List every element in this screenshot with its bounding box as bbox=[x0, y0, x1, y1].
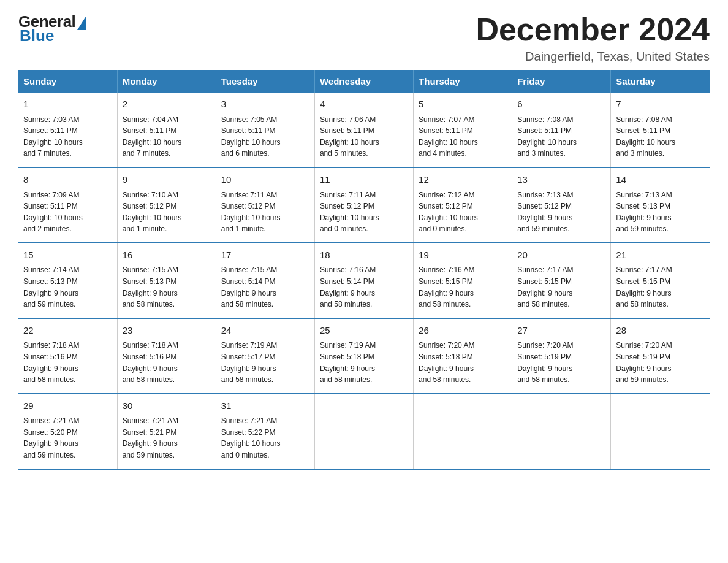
day-info: Sunrise: 7:21 AM Sunset: 5:21 PM Dayligh… bbox=[123, 415, 211, 461]
calendar-week-row: 1Sunrise: 7:03 AM Sunset: 5:11 PM Daylig… bbox=[18, 93, 710, 167]
day-number: 10 bbox=[221, 173, 309, 187]
day-info: Sunrise: 7:17 AM Sunset: 5:15 PM Dayligh… bbox=[616, 264, 705, 310]
day-info: Sunrise: 7:13 AM Sunset: 5:12 PM Dayligh… bbox=[517, 190, 605, 235]
calendar-cell: 19Sunrise: 7:16 AM Sunset: 5:15 PM Dayli… bbox=[414, 243, 512, 318]
calendar-cell: 30Sunrise: 7:21 AM Sunset: 5:21 PM Dayli… bbox=[117, 394, 216, 469]
day-number: 14 bbox=[616, 173, 705, 187]
calendar-cell: 22Sunrise: 7:18 AM Sunset: 5:16 PM Dayli… bbox=[18, 318, 117, 394]
calendar-cell: 17Sunrise: 7:15 AM Sunset: 5:14 PM Dayli… bbox=[216, 243, 314, 318]
day-number: 13 bbox=[517, 173, 605, 187]
column-header-monday: Monday bbox=[117, 70, 216, 93]
calendar-cell: 14Sunrise: 7:13 AM Sunset: 5:13 PM Dayli… bbox=[611, 167, 710, 243]
column-header-wednesday: Wednesday bbox=[314, 70, 413, 93]
logo: General Blue bbox=[18, 12, 86, 45]
calendar-cell: 25Sunrise: 7:19 AM Sunset: 5:18 PM Dayli… bbox=[314, 318, 413, 394]
calendar-cell: 27Sunrise: 7:20 AM Sunset: 5:19 PM Dayli… bbox=[512, 318, 611, 394]
calendar-week-row: 15Sunrise: 7:14 AM Sunset: 5:13 PM Dayli… bbox=[18, 243, 710, 318]
day-info: Sunrise: 7:16 AM Sunset: 5:15 PM Dayligh… bbox=[419, 264, 507, 310]
calendar-cell: 15Sunrise: 7:14 AM Sunset: 5:13 PM Dayli… bbox=[18, 243, 117, 318]
calendar-cell: 1Sunrise: 7:03 AM Sunset: 5:11 PM Daylig… bbox=[18, 93, 117, 167]
calendar-cell: 23Sunrise: 7:18 AM Sunset: 5:16 PM Dayli… bbox=[117, 318, 216, 394]
calendar-week-row: 22Sunrise: 7:18 AM Sunset: 5:16 PM Dayli… bbox=[18, 318, 710, 394]
day-info: Sunrise: 7:09 AM Sunset: 5:11 PM Dayligh… bbox=[23, 190, 112, 235]
day-number: 22 bbox=[23, 324, 112, 338]
day-number: 16 bbox=[123, 248, 211, 262]
day-number: 4 bbox=[320, 98, 408, 112]
day-number: 9 bbox=[123, 173, 211, 187]
calendar-cell: 5Sunrise: 7:07 AM Sunset: 5:11 PM Daylig… bbox=[414, 93, 512, 167]
calendar-cell bbox=[414, 394, 512, 469]
page-header: General Blue December 2024 Daingerfield,… bbox=[18, 12, 710, 64]
calendar-cell bbox=[314, 394, 413, 469]
calendar-cell: 9Sunrise: 7:10 AM Sunset: 5:12 PM Daylig… bbox=[117, 167, 216, 243]
day-info: Sunrise: 7:11 AM Sunset: 5:12 PM Dayligh… bbox=[320, 190, 408, 235]
calendar-cell bbox=[611, 394, 710, 469]
calendar-week-row: 8Sunrise: 7:09 AM Sunset: 5:11 PM Daylig… bbox=[18, 167, 710, 243]
calendar-table: SundayMondayTuesdayWednesdayThursdayFrid… bbox=[18, 70, 710, 469]
day-number: 8 bbox=[23, 173, 112, 187]
day-number: 28 bbox=[616, 324, 705, 338]
day-info: Sunrise: 7:20 AM Sunset: 5:19 PM Dayligh… bbox=[517, 340, 605, 385]
calendar-cell: 16Sunrise: 7:15 AM Sunset: 5:13 PM Dayli… bbox=[117, 243, 216, 318]
title-section: December 2024 Daingerfield, Texas, Unite… bbox=[476, 12, 710, 64]
day-info: Sunrise: 7:10 AM Sunset: 5:12 PM Dayligh… bbox=[123, 190, 211, 235]
day-info: Sunrise: 7:17 AM Sunset: 5:15 PM Dayligh… bbox=[517, 264, 605, 310]
day-number: 30 bbox=[123, 399, 211, 413]
day-number: 26 bbox=[419, 324, 507, 338]
day-info: Sunrise: 7:18 AM Sunset: 5:16 PM Dayligh… bbox=[123, 340, 211, 385]
calendar-cell: 26Sunrise: 7:20 AM Sunset: 5:18 PM Dayli… bbox=[414, 318, 512, 394]
day-number: 15 bbox=[23, 248, 112, 262]
day-number: 31 bbox=[221, 399, 309, 413]
day-number: 1 bbox=[23, 98, 112, 112]
day-number: 21 bbox=[616, 248, 705, 262]
day-info: Sunrise: 7:06 AM Sunset: 5:11 PM Dayligh… bbox=[320, 114, 408, 159]
day-number: 20 bbox=[517, 248, 605, 262]
day-number: 6 bbox=[517, 98, 605, 112]
calendar-cell: 31Sunrise: 7:21 AM Sunset: 5:22 PM Dayli… bbox=[216, 394, 314, 469]
day-number: 2 bbox=[123, 98, 211, 112]
calendar-cell: 21Sunrise: 7:17 AM Sunset: 5:15 PM Dayli… bbox=[611, 243, 710, 318]
column-header-saturday: Saturday bbox=[611, 70, 710, 93]
column-header-tuesday: Tuesday bbox=[216, 70, 314, 93]
day-number: 25 bbox=[320, 324, 408, 338]
day-info: Sunrise: 7:12 AM Sunset: 5:12 PM Dayligh… bbox=[419, 190, 507, 235]
calendar-cell: 8Sunrise: 7:09 AM Sunset: 5:11 PM Daylig… bbox=[18, 167, 117, 243]
calendar-cell: 3Sunrise: 7:05 AM Sunset: 5:11 PM Daylig… bbox=[216, 93, 314, 167]
calendar-cell: 20Sunrise: 7:17 AM Sunset: 5:15 PM Dayli… bbox=[512, 243, 611, 318]
day-number: 12 bbox=[419, 173, 507, 187]
day-info: Sunrise: 7:18 AM Sunset: 5:16 PM Dayligh… bbox=[23, 340, 112, 385]
calendar-cell: 11Sunrise: 7:11 AM Sunset: 5:12 PM Dayli… bbox=[314, 167, 413, 243]
calendar-cell: 28Sunrise: 7:20 AM Sunset: 5:19 PM Dayli… bbox=[611, 318, 710, 394]
day-info: Sunrise: 7:07 AM Sunset: 5:11 PM Dayligh… bbox=[419, 114, 507, 159]
logo-blue-text: Blue bbox=[18, 26, 54, 45]
day-info: Sunrise: 7:14 AM Sunset: 5:13 PM Dayligh… bbox=[23, 264, 112, 310]
calendar-cell: 7Sunrise: 7:08 AM Sunset: 5:11 PM Daylig… bbox=[611, 93, 710, 167]
calendar-cell bbox=[512, 394, 611, 469]
day-info: Sunrise: 7:05 AM Sunset: 5:11 PM Dayligh… bbox=[221, 114, 309, 159]
day-info: Sunrise: 7:03 AM Sunset: 5:11 PM Dayligh… bbox=[23, 114, 112, 159]
calendar-cell: 10Sunrise: 7:11 AM Sunset: 5:12 PM Dayli… bbox=[216, 167, 314, 243]
month-title: December 2024 bbox=[476, 12, 710, 47]
day-info: Sunrise: 7:20 AM Sunset: 5:19 PM Dayligh… bbox=[616, 340, 705, 385]
calendar-cell: 4Sunrise: 7:06 AM Sunset: 5:11 PM Daylig… bbox=[314, 93, 413, 167]
day-number: 23 bbox=[123, 324, 211, 338]
day-number: 11 bbox=[320, 173, 408, 187]
day-info: Sunrise: 7:11 AM Sunset: 5:12 PM Dayligh… bbox=[221, 190, 309, 235]
day-info: Sunrise: 7:15 AM Sunset: 5:14 PM Dayligh… bbox=[221, 264, 309, 310]
day-info: Sunrise: 7:13 AM Sunset: 5:13 PM Dayligh… bbox=[616, 190, 705, 235]
column-header-friday: Friday bbox=[512, 70, 611, 93]
day-number: 27 bbox=[517, 324, 605, 338]
day-info: Sunrise: 7:19 AM Sunset: 5:18 PM Dayligh… bbox=[320, 340, 408, 385]
day-number: 19 bbox=[419, 248, 507, 262]
calendar-week-row: 29Sunrise: 7:21 AM Sunset: 5:20 PM Dayli… bbox=[18, 394, 710, 469]
calendar-cell: 29Sunrise: 7:21 AM Sunset: 5:20 PM Dayli… bbox=[18, 394, 117, 469]
logo-triangle-icon bbox=[77, 17, 86, 30]
day-number: 5 bbox=[419, 98, 507, 112]
day-info: Sunrise: 7:19 AM Sunset: 5:17 PM Dayligh… bbox=[221, 340, 309, 385]
column-header-sunday: Sunday bbox=[18, 70, 117, 93]
day-number: 17 bbox=[221, 248, 309, 262]
day-info: Sunrise: 7:08 AM Sunset: 5:11 PM Dayligh… bbox=[616, 114, 705, 159]
calendar-cell: 12Sunrise: 7:12 AM Sunset: 5:12 PM Dayli… bbox=[414, 167, 512, 243]
location-text: Daingerfield, Texas, United States bbox=[476, 50, 710, 64]
day-info: Sunrise: 7:20 AM Sunset: 5:18 PM Dayligh… bbox=[419, 340, 507, 385]
